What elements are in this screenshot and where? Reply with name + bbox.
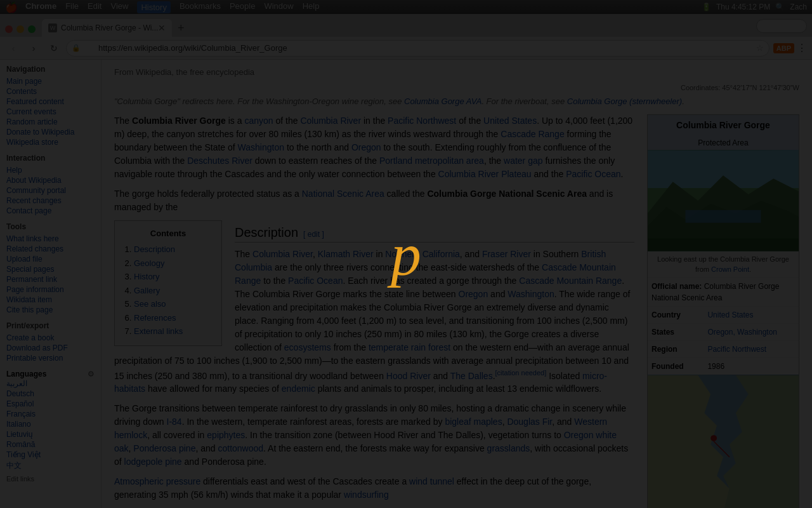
minimize-window-button[interactable] xyxy=(16,25,24,33)
address-input-container[interactable]: 🔒 https://en.wikipedia.org/wiki/Columbia… xyxy=(66,40,769,57)
deschutes-link[interactable]: Deschutes River xyxy=(187,156,252,166)
sidebar-lang-espanol[interactable]: Español xyxy=(6,399,95,409)
sidebar-item-download-pdf[interactable]: Download as PDF xyxy=(6,343,95,353)
menu-edit[interactable]: Edit xyxy=(88,1,102,13)
reload-button[interactable]: ↻ xyxy=(46,40,62,57)
sidebar-lang-vietnamese[interactable]: Tiếng Việt xyxy=(6,450,95,460)
sidebar-item-related-changes[interactable]: Related changes xyxy=(6,244,95,254)
cascade-link[interactable]: Cascade Range xyxy=(501,129,564,139)
sidebar-item-main-page[interactable]: Main page xyxy=(6,76,95,86)
maximize-window-button[interactable] xyxy=(28,25,36,33)
description-edit-link[interactable]: [ edit ] xyxy=(303,229,324,240)
new-tab-button[interactable]: + xyxy=(172,19,190,37)
us-link[interactable]: United States xyxy=(483,116,537,126)
menu-window[interactable]: Window xyxy=(264,1,293,13)
menu-view[interactable]: View xyxy=(110,1,128,13)
menu-file[interactable]: File xyxy=(65,1,79,13)
windsurfing-link[interactable]: windsurfing xyxy=(344,490,389,500)
i84-link[interactable]: I-84 xyxy=(167,417,182,427)
toc-link-geology[interactable]: Geology xyxy=(134,258,164,268)
menu-bookmarks[interactable]: Bookmarks xyxy=(180,1,221,13)
sidebar-item-what-links[interactable]: What links here xyxy=(6,234,95,244)
portland-metro-link[interactable]: Portland metropolitan area xyxy=(379,156,484,166)
sidebar-lang-romana[interactable]: Română xyxy=(6,439,95,450)
n-california-link[interactable]: Northern California xyxy=(385,249,460,259)
back-button[interactable]: ‹ xyxy=(5,40,22,57)
epiphytes-link[interactable]: epiphytes xyxy=(207,430,245,440)
columbia-river-link2[interactable]: Columbia River xyxy=(252,249,313,259)
sidebar-item-random[interactable]: Random article xyxy=(6,117,95,127)
sidebar-item-create-book[interactable]: Create a book xyxy=(6,333,95,343)
sidebar-item-about[interactable]: About Wikipedia xyxy=(6,175,95,185)
edit-links-button[interactable]: Edit links xyxy=(6,474,95,483)
pacific-ocean-link2[interactable]: Pacific Ocean xyxy=(288,276,343,286)
sidebar-item-donate[interactable]: Donate to Wikipedia xyxy=(6,127,95,137)
extensions-icon[interactable]: ⋮ xyxy=(797,42,807,54)
sidebar-lang-chinese[interactable]: 中文 xyxy=(6,460,95,472)
rainforest-link[interactable]: temperate rain forest xyxy=(369,342,450,352)
endemic-link[interactable]: endemic xyxy=(282,384,315,394)
water-gap-link[interactable]: water gap xyxy=(504,156,542,166)
menu-history[interactable]: History xyxy=(137,1,170,13)
sidebar-item-contact[interactable]: Contact page xyxy=(6,206,95,216)
pacific-nw-link[interactable]: Pacific Northwest xyxy=(388,116,456,126)
sidebar-item-help[interactable]: Help xyxy=(6,165,95,175)
region-link[interactable]: Pacific Northwest xyxy=(707,345,766,354)
sidebar-item-permanent[interactable]: Permanent link xyxy=(6,274,95,284)
sidebar-lang-arabic[interactable]: العربية xyxy=(6,378,95,389)
sidebar-item-page-info[interactable]: Page information xyxy=(6,284,95,295)
grasslands-link[interactable]: grasslands xyxy=(487,443,530,453)
columbia-plateau-link[interactable]: Columbia River Plateau xyxy=(438,169,532,179)
lodgepole-link[interactable]: lodgepole pine xyxy=(124,457,182,467)
toc-link-description[interactable]: Description xyxy=(134,244,175,254)
ponderosa-link[interactable]: Ponderosa pine xyxy=(133,443,195,453)
fraser-link[interactable]: Fraser River xyxy=(482,249,531,259)
sidebar-item-community[interactable]: Community portal xyxy=(6,185,95,196)
gorge-ava-link[interactable]: Columbia Gorge AVA xyxy=(404,97,481,106)
toc-link-references[interactable]: References xyxy=(134,313,176,323)
bigleaf-link[interactable]: bigleaf maples xyxy=(445,417,502,427)
hood-river-link[interactable]: Hood River xyxy=(386,370,431,380)
lang-settings-icon[interactable]: ⚙ xyxy=(88,370,95,378)
sidebar-item-cite[interactable]: Cite this page xyxy=(6,305,95,315)
forward-button[interactable]: › xyxy=(25,40,42,57)
klamath-link[interactable]: Klamath River xyxy=(318,249,374,259)
washington-link2[interactable]: Washington xyxy=(508,289,554,299)
menu-help[interactable]: Help xyxy=(303,1,320,13)
washington-link[interactable]: Washington xyxy=(238,142,284,152)
sidebar-item-store[interactable]: Wikipedia store xyxy=(6,137,95,147)
states-link[interactable]: Oregon, Washington xyxy=(707,328,777,337)
cascade-mtn-range-link[interactable]: Cascade Mountain Range xyxy=(519,276,622,286)
dalles-link[interactable]: The Dalles xyxy=(450,370,493,380)
atmospheric-link[interactable]: Atmospheric pressure xyxy=(114,476,200,486)
sidebar-item-special[interactable]: Special pages xyxy=(6,264,95,274)
ecosystems-link[interactable]: ecosystems xyxy=(284,342,331,352)
tab-close-button[interactable]: ✕ xyxy=(158,23,166,33)
sidebar-lang-italiano[interactable]: Italiano xyxy=(6,419,95,429)
sidebar-item-upload[interactable]: Upload file xyxy=(6,254,95,264)
tab-search-input[interactable] xyxy=(756,19,807,33)
sidebar-item-featured[interactable]: Featured content xyxy=(6,97,95,107)
menu-chrome[interactable]: Chrome xyxy=(25,1,56,13)
country-link[interactable]: United States xyxy=(707,311,753,319)
bookmark-star-icon[interactable]: ☆ xyxy=(756,43,764,53)
sidebar-lang-lietuvy[interactable]: Lietuvių xyxy=(6,429,95,439)
apple-icon[interactable]: 🍎 xyxy=(5,1,18,13)
close-window-button[interactable] xyxy=(5,25,13,33)
wind-tunnel-link[interactable]: wind tunnel xyxy=(409,476,454,486)
sidebar-item-current-events[interactable]: Current events xyxy=(6,107,95,117)
columbia-river-link[interactable]: Columbia River xyxy=(300,116,361,126)
toc-link-external[interactable]: External links xyxy=(134,326,183,336)
sidebar-item-printable[interactable]: Printable version xyxy=(6,353,95,363)
oregon-link2[interactable]: Oregon xyxy=(459,289,488,299)
nsa-link[interactable]: National Scenic Area xyxy=(302,189,384,199)
sidebar-lang-deutsch[interactable]: Deutsch xyxy=(6,389,95,399)
adblock-button[interactable]: ABP xyxy=(773,43,794,53)
canyon-link[interactable]: canyon xyxy=(244,116,273,126)
sidebar-item-contents[interactable]: Contents xyxy=(6,86,95,97)
browser-tab[interactable]: W Columbia River Gorge - Wi... ✕ xyxy=(42,19,172,37)
sternwheeler-link[interactable]: Columbia Gorge (sternwheeler) xyxy=(567,97,682,106)
sidebar-item-recent[interactable]: Recent changes xyxy=(6,196,95,206)
toc-link-gallery[interactable]: Gallery xyxy=(134,286,160,295)
oregon-link[interactable]: Oregon xyxy=(351,142,381,152)
